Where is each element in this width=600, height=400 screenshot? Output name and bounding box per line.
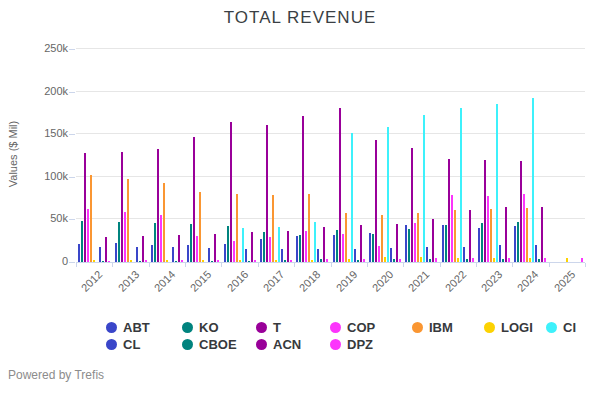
- bar-DPZ-2016[interactable]: [254, 260, 256, 262]
- bar-CI-2023[interactable]: [496, 104, 498, 262]
- bar-T-2012[interactable]: [84, 153, 86, 262]
- bar-DPZ-2025[interactable]: [581, 258, 583, 262]
- bar-ABT-2019[interactable]: [333, 235, 335, 262]
- bar-IBM-2023[interactable]: [490, 209, 492, 262]
- bar-ABT-2018[interactable]: [296, 236, 298, 262]
- bar-CL-2017[interactable]: [281, 249, 283, 262]
- bar-CI-2019[interactable]: [351, 133, 353, 262]
- bar-CL-2014[interactable]: [172, 247, 174, 262]
- bar-CL-2013[interactable]: [136, 247, 138, 262]
- bar-CI-2022[interactable]: [460, 108, 462, 262]
- bar-COP-2023[interactable]: [487, 196, 489, 262]
- bar-ACN-2019[interactable]: [360, 225, 362, 262]
- bar-KO-2017[interactable]: [263, 232, 265, 262]
- bar-IBM-2015[interactable]: [199, 192, 201, 262]
- bar-ABT-2023[interactable]: [478, 228, 480, 262]
- bar-IBM-2019[interactable]: [345, 213, 347, 262]
- bar-DPZ-2024[interactable]: [544, 258, 546, 262]
- bar-COP-2017[interactable]: [269, 237, 271, 262]
- bar-DPZ-2014[interactable]: [181, 260, 183, 262]
- bar-ABT-2017[interactable]: [260, 239, 262, 262]
- legend-item-ABT[interactable]: ABT: [106, 319, 182, 336]
- bar-ABT-2024[interactable]: [514, 226, 516, 262]
- bar-ACN-2012[interactable]: [105, 237, 107, 262]
- bar-ACN-2017[interactable]: [287, 231, 289, 262]
- bar-LOGI-2019[interactable]: [348, 259, 350, 262]
- bar-T-2014[interactable]: [157, 149, 159, 262]
- legend-item-CL[interactable]: CL: [106, 336, 182, 353]
- bar-CBOE-2020[interactable]: [393, 259, 395, 262]
- bar-T-2015[interactable]: [193, 137, 195, 262]
- bar-DPZ-2013[interactable]: [145, 260, 147, 262]
- bar-IBM-2024[interactable]: [526, 208, 528, 262]
- bar-ABT-2014[interactable]: [151, 245, 153, 262]
- bar-T-2018[interactable]: [302, 116, 304, 262]
- bar-CBOE-2018[interactable]: [320, 259, 322, 262]
- bar-LOGI-2013[interactable]: [130, 260, 132, 262]
- bar-KO-2019[interactable]: [336, 230, 338, 262]
- bar-CBOE-2016[interactable]: [248, 261, 250, 262]
- bar-ACN-2022[interactable]: [469, 210, 471, 262]
- bar-COP-2012[interactable]: [87, 209, 89, 262]
- bar-KO-2013[interactable]: [118, 222, 120, 262]
- bar-ABT-2015[interactable]: [187, 245, 189, 262]
- bar-DPZ-2015[interactable]: [217, 260, 219, 262]
- bar-CL-2018[interactable]: [317, 249, 319, 262]
- bar-IBM-2016[interactable]: [236, 194, 238, 262]
- bar-KO-2014[interactable]: [154, 223, 156, 262]
- bar-CI-2016[interactable]: [242, 228, 244, 262]
- bar-IBM-2020[interactable]: [381, 215, 383, 262]
- legend-item-ACN[interactable]: ACN: [256, 336, 330, 353]
- legend-item-CBOE[interactable]: CBOE: [182, 336, 256, 353]
- bar-CL-2022[interactable]: [463, 247, 465, 262]
- powered-by-trefis-link[interactable]: Powered by Trefis: [8, 368, 104, 382]
- bar-KO-2012[interactable]: [81, 221, 83, 262]
- bar-LOGI-2015[interactable]: [202, 260, 204, 262]
- bar-CBOE-2021[interactable]: [429, 259, 431, 262]
- bar-CBOE-2013[interactable]: [139, 261, 141, 262]
- bar-IBM-2017[interactable]: [272, 195, 274, 262]
- bar-T-2020[interactable]: [375, 140, 377, 262]
- bar-LOGI-2018[interactable]: [311, 260, 313, 262]
- bar-KO-2023[interactable]: [481, 223, 483, 262]
- bar-LOGI-2020[interactable]: [384, 257, 386, 262]
- bar-DPZ-2021[interactable]: [435, 258, 437, 262]
- bar-CBOE-2019[interactable]: [357, 260, 359, 262]
- bar-ACN-2018[interactable]: [323, 227, 325, 262]
- bar-KO-2024[interactable]: [517, 222, 519, 262]
- bar-IBM-2013[interactable]: [127, 179, 129, 262]
- bar-T-2021[interactable]: [411, 148, 413, 262]
- bar-CBOE-2024[interactable]: [538, 259, 540, 262]
- bar-CI-2017[interactable]: [278, 227, 280, 262]
- bar-CI-2018[interactable]: [314, 222, 316, 262]
- bar-CBOE-2023[interactable]: [502, 259, 504, 262]
- bar-CI-2021[interactable]: [423, 115, 425, 262]
- bar-CL-2024[interactable]: [535, 245, 537, 262]
- bar-ACN-2021[interactable]: [432, 219, 434, 262]
- bar-COP-2024[interactable]: [523, 194, 525, 262]
- legend-item-IBM[interactable]: IBM: [412, 319, 484, 336]
- bar-ACN-2016[interactable]: [251, 232, 253, 262]
- legend-item-LOGI[interactable]: LOGI: [484, 319, 546, 336]
- bar-CI-2024[interactable]: [532, 98, 534, 262]
- bar-T-2016[interactable]: [230, 122, 232, 262]
- bar-LOGI-2014[interactable]: [166, 260, 168, 262]
- bar-CL-2015[interactable]: [208, 248, 210, 262]
- bar-ABT-2012[interactable]: [78, 244, 80, 262]
- bar-KO-2020[interactable]: [372, 234, 374, 262]
- bar-KO-2021[interactable]: [408, 229, 410, 262]
- bar-COP-2013[interactable]: [124, 212, 126, 262]
- bar-LOGI-2017[interactable]: [275, 260, 277, 262]
- legend-item-COP[interactable]: COP: [330, 319, 412, 336]
- bar-DPZ-2020[interactable]: [399, 259, 401, 262]
- bar-DPZ-2017[interactable]: [290, 260, 292, 262]
- bar-COP-2015[interactable]: [196, 236, 198, 262]
- bar-ACN-2023[interactable]: [505, 207, 507, 262]
- bar-COP-2019[interactable]: [342, 234, 344, 262]
- bar-KO-2016[interactable]: [227, 226, 229, 262]
- bar-ABT-2016[interactable]: [224, 244, 226, 262]
- bar-LOGI-2021[interactable]: [420, 257, 422, 262]
- bar-COP-2022[interactable]: [451, 195, 453, 262]
- bar-KO-2022[interactable]: [445, 225, 447, 262]
- bar-LOGI-2024[interactable]: [529, 258, 531, 262]
